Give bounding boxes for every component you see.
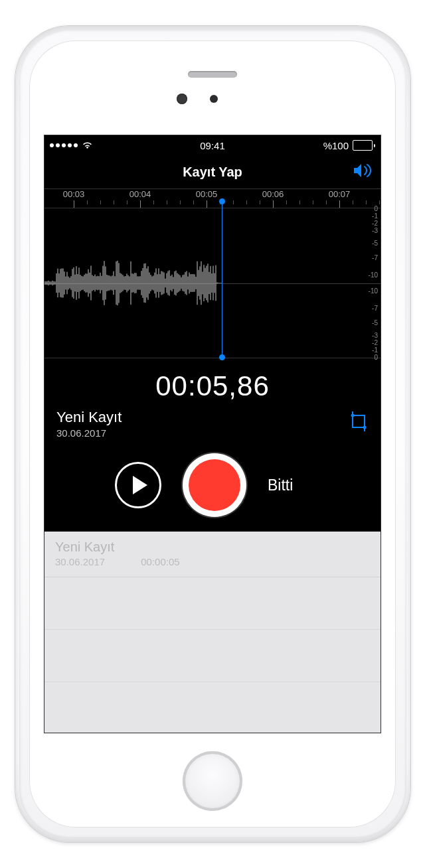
db-label: -1 <box>372 346 378 354</box>
db-label: -7 <box>372 305 378 312</box>
playhead[interactable] <box>222 201 222 358</box>
device-speaker <box>188 71 237 78</box>
recordings-list[interactable]: Yeni Kayıt 30.06.2017 00:00:05 <box>44 532 381 733</box>
waveform-area[interactable]: 0-1-2-3-5-7-10-10-7-5-3-2-10 <box>44 208 381 358</box>
record-button[interactable] <box>183 453 246 517</box>
ruler-label: 00:05 <box>196 189 218 199</box>
signal-dots-icon <box>50 143 78 147</box>
list-item-date: 30.06.2017 <box>55 556 105 567</box>
home-button[interactable] <box>183 751 242 811</box>
ruler-label: 00:03 <box>63 189 85 199</box>
status-bar: 09:41 %100 <box>44 135 381 155</box>
list-item-name: Yeni Kayıt <box>55 540 370 555</box>
play-button[interactable] <box>115 462 161 508</box>
phone-bezel: 09:41 %100 Kayıt Yap <box>29 40 396 828</box>
done-button[interactable]: Bitti <box>268 476 310 494</box>
nav-bar: Kayıt Yap <box>44 155 381 188</box>
controls-panel: 00:05,86 Yeni Kayıt 30.06.2017 <box>44 358 381 532</box>
battery-icon <box>353 140 375 151</box>
time-ruler: 00:0300:0400:0500:0600:0700:08 <box>44 188 381 208</box>
device-sensor <box>210 95 218 103</box>
page-title: Kayıt Yap <box>183 165 242 180</box>
svg-rect-0 <box>353 415 365 427</box>
screen: 09:41 %100 Kayıt Yap <box>44 135 381 733</box>
db-label: 0 <box>374 205 378 212</box>
db-label: -2 <box>372 339 378 346</box>
db-label: -1 <box>372 212 378 220</box>
db-label: -5 <box>372 319 378 326</box>
list-item[interactable]: Yeni Kayıt 30.06.2017 00:00:05 <box>44 532 381 577</box>
recording-name: Yeni Kayıt <box>56 409 349 426</box>
battery-percent: %100 <box>323 140 349 151</box>
db-label: -10 <box>369 287 378 295</box>
db-label: 0 <box>374 354 378 361</box>
ruler-label: 00:07 <box>329 189 351 199</box>
wifi-icon <box>82 140 93 151</box>
db-label: -3 <box>372 227 378 234</box>
db-label: -10 <box>369 271 378 279</box>
elapsed-time: 00:05,86 <box>56 370 369 402</box>
record-icon <box>189 459 240 511</box>
db-label: -7 <box>372 254 378 261</box>
db-label: -3 <box>372 332 378 339</box>
trim-button[interactable] <box>349 409 369 434</box>
list-empty-row <box>44 630 381 682</box>
device-camera <box>177 94 187 104</box>
db-label: -5 <box>372 240 378 247</box>
recording-date: 30.06.2017 <box>56 427 349 439</box>
status-time: 09:41 <box>200 140 225 151</box>
speaker-button[interactable] <box>353 163 373 181</box>
list-item-duration: 00:00:05 <box>141 556 179 567</box>
db-label: -2 <box>372 220 378 227</box>
play-icon <box>133 476 147 494</box>
list-empty-row <box>44 577 381 630</box>
phone-frame: 09:41 %100 Kayıt Yap <box>15 26 410 842</box>
ruler-label: 00:04 <box>129 189 151 199</box>
ruler-label: 00:06 <box>262 189 284 199</box>
